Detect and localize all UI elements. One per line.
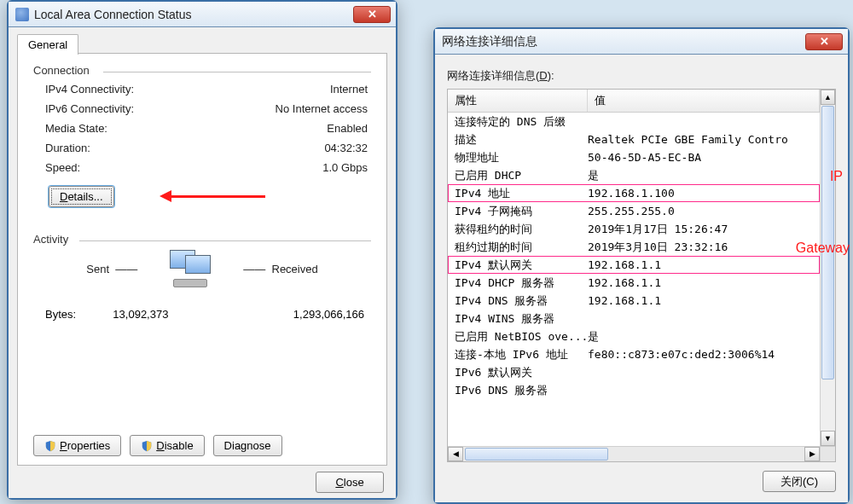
network-activity-icon	[163, 250, 218, 287]
property-cell: 物理地址	[448, 150, 588, 165]
property-cell: IPv4 子网掩码	[448, 204, 588, 219]
list-row[interactable]: 租约过期的时间2019年3月10日 23:32:16	[448, 238, 820, 256]
bytes-label: Bytes:	[45, 308, 76, 321]
ipv4-connectivity-row: IPv4 Connectivity: Internet	[33, 79, 371, 99]
property-cell: 获得租约的时间	[448, 222, 588, 237]
value-cell: 是	[588, 329, 820, 345]
property-cell: IPv4 默认网关	[448, 258, 588, 273]
property-cell: 已启用 DHCP	[448, 168, 588, 183]
connection-group-label: Connection	[33, 64, 371, 77]
property-cell: IPv6 DNS 服务器	[448, 383, 588, 398]
scroll-up-icon[interactable]: ▲	[821, 90, 835, 105]
list-row[interactable]: 获得租约的时间2019年1月17日 15:26:47	[448, 220, 820, 238]
close-button[interactable]: 关闭(C)	[763, 471, 836, 492]
value: No Internet access	[276, 102, 368, 115]
scrollbar-corner	[820, 447, 835, 461]
close-icon[interactable]: ✕	[805, 33, 843, 50]
list-row[interactable]: IPv4 地址192.168.1.100	[448, 184, 820, 202]
sent-label: Sent ——	[86, 263, 137, 275]
shield-icon	[141, 440, 153, 452]
property-cell: 租约过期的时间	[448, 240, 588, 255]
tab-panel-general: Connection IPv4 Connectivity: Internet I…	[17, 53, 387, 466]
close-icon[interactable]: ✕	[353, 6, 391, 23]
close-button-label: Close	[335, 476, 363, 489]
details-button[interactable]: Details...	[49, 186, 114, 207]
value: 04:32:32	[324, 142, 368, 154]
properties-button-label: Properties	[60, 439, 110, 452]
window-title: Local Area Connection Status	[34, 8, 191, 21]
value: Enabled	[327, 122, 368, 135]
properties-button[interactable]: Properties	[33, 435, 121, 456]
close-button[interactable]: Close	[316, 472, 384, 493]
list-row[interactable]: IPv4 默认网关192.168.1.1	[448, 256, 820, 274]
label: IPv4 Connectivity:	[45, 83, 134, 96]
list-row[interactable]: IPv6 默认网关	[448, 363, 820, 381]
property-cell: IPv4 DNS 服务器	[448, 293, 588, 309]
listview-header[interactable]: 属性 值	[448, 90, 820, 113]
details-subtitle: 网络连接详细信息(D):	[447, 68, 836, 84]
disable-button[interactable]: Disable	[130, 435, 204, 456]
network-icon	[15, 8, 29, 21]
vertical-scrollbar[interactable]: ▲ ▼	[820, 90, 835, 446]
annotation-ip: IP	[830, 169, 843, 184]
list-row[interactable]: 已启用 NetBIOS ove...是	[448, 327, 820, 345]
annotation-arrow-line	[171, 195, 265, 198]
duration-row: Duration: 04:32:32	[33, 138, 371, 158]
list-row[interactable]: IPv6 DNS 服务器	[448, 381, 820, 399]
list-row[interactable]: 物理地址50-46-5D-A5-EC-BA	[448, 148, 820, 166]
diagnose-button[interactable]: Diagnose	[213, 435, 282, 456]
scroll-right-icon[interactable]: ▶	[804, 447, 820, 461]
disable-button-label: Disable	[156, 439, 193, 452]
ipv6-connectivity-row: IPv6 Connectivity: No Internet access	[33, 99, 371, 119]
scrollbar-track[interactable]	[821, 105, 835, 431]
activity-group-label: Activity	[33, 233, 371, 246]
list-row[interactable]: 描述Realtek PCIe GBE Family Contro	[448, 130, 820, 148]
horizontal-scrollbar[interactable]: ◀ ▶	[448, 446, 835, 461]
column-header-property[interactable]: 属性	[448, 90, 588, 112]
titlebar[interactable]: Local Area Connection Status ✕	[9, 2, 396, 27]
value: 1.0 Gbps	[322, 161, 368, 174]
window-title: 网络连接详细信息	[442, 34, 537, 49]
value-cell: 50-46-5D-A5-EC-BA	[588, 151, 820, 164]
property-cell: IPv4 DHCP 服务器	[448, 275, 588, 291]
value-cell: 是	[588, 168, 820, 183]
connection-status-dialog: Local Area Connection Status ✕ General C…	[7, 0, 397, 500]
value-cell: 192.168.1.1	[588, 276, 820, 289]
property-cell: 连接特定的 DNS 后缀	[448, 114, 588, 130]
property-cell: IPv4 地址	[448, 186, 588, 201]
speed-row: Speed: 1.0 Gbps	[33, 158, 371, 177]
details-button-label: Details...	[60, 190, 103, 203]
list-row[interactable]: IPv4 子网掩码255.255.255.0	[448, 202, 820, 220]
value: Internet	[330, 83, 368, 96]
label: Media State:	[45, 122, 107, 135]
value-cell: 2019年1月17日 15:26:47	[588, 222, 820, 237]
value-cell: fe80::c873:e07c:ded2:3006%14	[588, 348, 820, 361]
list-row[interactable]: IPv4 DHCP 服务器192.168.1.1	[448, 274, 820, 292]
property-cell: IPv6 默认网关	[448, 365, 588, 380]
bytes-received: 1,293,066,166	[293, 308, 364, 321]
connection-details-dialog: 网络连接详细信息 ✕ 网络连接详细信息(D): 属性 值 连接特定的 DNS 后…	[433, 27, 850, 504]
value-cell: Realtek PCIe GBE Family Contro	[588, 133, 820, 146]
scroll-down-icon[interactable]: ▼	[821, 431, 835, 446]
list-row[interactable]: 连接-本地 IPv6 地址fe80::c873:e07c:ded2:3006%1…	[448, 345, 820, 363]
list-row[interactable]: 连接特定的 DNS 后缀	[448, 113, 820, 130]
property-cell: IPv4 WINS 服务器	[448, 311, 588, 327]
label: IPv6 Connectivity:	[45, 102, 134, 115]
value-cell: 255.255.255.0	[588, 205, 820, 217]
scroll-left-icon[interactable]: ◀	[448, 447, 463, 461]
diagnose-button-label: Diagnose	[224, 439, 271, 452]
bytes-sent: 13,092,373	[113, 308, 168, 321]
scrollbar-track[interactable]	[463, 447, 804, 461]
column-header-value[interactable]: 值	[588, 90, 820, 112]
shield-icon	[44, 440, 56, 452]
scrollbar-thumb[interactable]	[465, 448, 608, 461]
list-row[interactable]: IPv4 WINS 服务器	[448, 310, 820, 327]
list-row[interactable]: 已启用 DHCP是	[448, 166, 820, 184]
list-row[interactable]: IPv4 DNS 服务器192.168.1.1	[448, 292, 820, 310]
value-cell: 192.168.1.100	[588, 187, 820, 200]
value-cell: 192.168.1.1	[588, 258, 820, 271]
tab-general[interactable]: General	[17, 34, 78, 55]
titlebar[interactable]: 网络连接详细信息 ✕	[435, 29, 848, 55]
details-listview: 属性 值 连接特定的 DNS 后缀描述Realtek PCIe GBE Fami…	[447, 89, 836, 462]
label: Speed:	[45, 161, 80, 174]
